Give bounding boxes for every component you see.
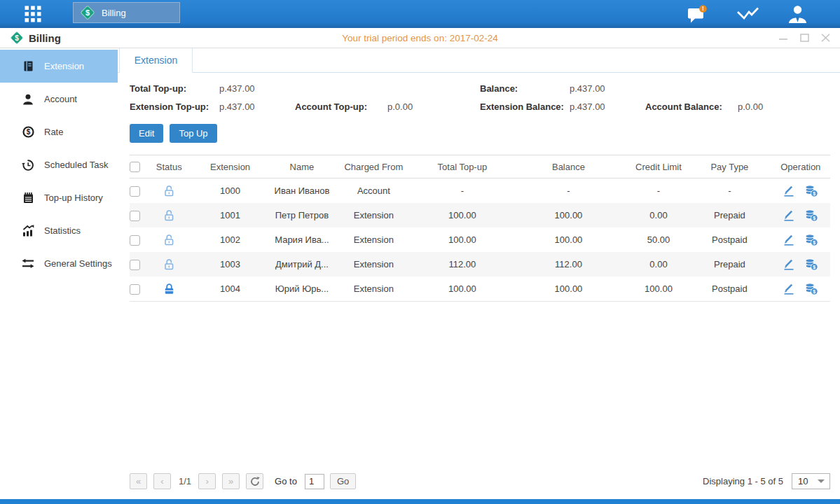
account-balance-label: Account Balance: — [645, 102, 738, 112]
svg-text:$: $ — [813, 289, 816, 295]
table-row[interactable]: 1003 Дмитрий Д... Extension 112.00 112.0… — [130, 252, 830, 276]
cell-credit-limit: 100.00 — [629, 276, 688, 302]
edit-button[interactable]: Edit — [130, 124, 163, 143]
user-icon[interactable] — [787, 5, 808, 24]
row-checkbox[interactable] — [130, 260, 140, 270]
cell-total-topup: - — [417, 178, 509, 204]
sidebar-item-topup-history[interactable]: Top-up History — [0, 181, 118, 214]
next-page-icon[interactable]: › — [198, 473, 216, 489]
page-indicator: 1/1 — [179, 476, 191, 486]
col-header-name: Name — [273, 155, 331, 178]
sidebar-item-label: General Settings — [44, 258, 112, 269]
sidebar: Extension Account $ Rate — [0, 48, 118, 499]
row-checkbox[interactable] — [130, 186, 140, 197]
extension-balance-label: Extension Balance: — [480, 102, 570, 112]
cell-pay-type: Postpaid — [688, 276, 771, 302]
topup-coins-icon[interactable]: $ — [804, 185, 818, 197]
topup-coins-icon[interactable]: $ — [804, 209, 818, 222]
cell-total-topup: 100.00 — [417, 203, 509, 227]
close-icon[interactable] — [821, 34, 830, 42]
maximize-icon[interactable] — [800, 34, 809, 42]
topup-history-icon — [22, 192, 34, 204]
sidebar-item-label: Account — [44, 94, 77, 104]
statistics-icon — [22, 225, 34, 237]
row-checkbox[interactable] — [130, 211, 140, 221]
top-up-button[interactable]: Top Up — [170, 124, 216, 143]
general-settings-icon — [22, 258, 34, 269]
svg-text:$: $ — [15, 34, 19, 42]
sidebar-item-rate[interactable]: $ Rate — [0, 115, 118, 148]
col-header-extension: Extension — [187, 155, 273, 178]
extension-icon — [22, 60, 34, 72]
topup-coins-icon[interactable]: $ — [804, 258, 818, 271]
apps-grid-icon[interactable] — [24, 5, 42, 23]
sidebar-item-statistics[interactable]: Statistics — [0, 214, 118, 247]
window-title: Billing — [29, 32, 61, 44]
desktop-topbar: $ Billing ! — [0, 0, 840, 28]
first-page-icon[interactable]: « — [130, 473, 147, 489]
total-topup-label: Total Top-up: — [130, 83, 219, 94]
cell-total-topup: 100.00 — [417, 227, 509, 252]
topup-coins-icon[interactable]: $ — [804, 283, 818, 295]
sidebar-item-label: Top-up History — [44, 192, 103, 203]
cell-name: Петр Петров — [273, 203, 331, 227]
cell-extension: 1002 — [187, 227, 273, 252]
cell-charged-from: Extension — [331, 276, 416, 302]
col-header-charged-from: Charged From — [331, 155, 416, 178]
edit-icon[interactable] — [783, 283, 795, 295]
extension-topup-value: p.437.00 — [219, 102, 295, 112]
cell-pay-type: Prepaid — [688, 252, 771, 276]
minimize-icon[interactable] — [778, 34, 788, 42]
go-button[interactable]: Go — [330, 473, 356, 489]
edit-icon[interactable] — [783, 234, 795, 246]
cell-name: Мария Ива... — [273, 227, 331, 252]
messages-icon[interactable]: ! — [686, 5, 708, 24]
row-checkbox[interactable] — [130, 235, 140, 246]
refresh-icon[interactable] — [246, 473, 263, 489]
cell-charged-from: Extension — [331, 203, 416, 227]
cell-credit-limit: 50.00 — [629, 227, 688, 252]
row-checkbox[interactable] — [130, 284, 140, 295]
table-header-row: Status Extension Name Charged From Total… — [130, 155, 830, 178]
apps-grid-glyph — [24, 5, 42, 23]
last-page-icon[interactable]: » — [222, 473, 240, 489]
page-size-dropdown[interactable]: 10 — [792, 473, 830, 489]
balance-value: p.437.00 — [570, 83, 645, 94]
account-topup-value: p.0.00 — [387, 102, 480, 112]
cell-extension: 1001 — [187, 203, 273, 227]
tab-extension[interactable]: Extension — [119, 48, 193, 73]
resource-monitor-icon[interactable] — [736, 6, 759, 22]
edit-icon[interactable] — [783, 258, 795, 270]
content-area: Extension Total Top-up: p.437.00 Extensi… — [118, 48, 840, 499]
extension-topup-label: Extension Top-up: — [130, 102, 219, 112]
total-topup-value: p.437.00 — [219, 83, 295, 94]
sidebar-item-extension[interactable]: Extension — [0, 50, 118, 83]
table-row[interactable]: 1002 Мария Ива... Extension 100.00 100.0… — [130, 227, 830, 252]
sidebar-item-label: Extension — [44, 61, 84, 71]
cell-balance: 100.00 — [508, 203, 629, 227]
table-row[interactable]: 1000 Иван Иванов Account - - - - — [130, 178, 830, 204]
edit-icon[interactable] — [783, 185, 795, 197]
goto-page-input[interactable] — [305, 474, 324, 489]
balance-summary: Total Top-up: p.437.00 Extension Top-up:… — [130, 83, 830, 112]
svg-text:$: $ — [85, 8, 90, 17]
displaying-text: Displaying 1 - 5 of 5 — [703, 476, 783, 486]
tab-strip: Extension — [118, 48, 840, 73]
cell-extension: 1000 — [187, 178, 273, 204]
goto-label: Go to — [275, 476, 297, 486]
sidebar-item-scheduled-task[interactable]: Scheduled Task — [0, 148, 118, 181]
account-icon — [22, 94, 34, 105]
select-all-checkbox[interactable] — [130, 162, 140, 172]
cell-balance: 100.00 — [508, 276, 629, 302]
prev-page-icon[interactable]: ‹ — [153, 473, 171, 489]
extension-table: Status Extension Name Charged From Total… — [130, 155, 830, 302]
table-row[interactable]: 1001 Петр Петров Extension 100.00 100.00… — [130, 203, 830, 227]
sidebar-item-general-settings[interactable]: General Settings — [0, 247, 118, 280]
edit-icon[interactable] — [783, 209, 795, 221]
sidebar-item-account[interactable]: Account — [0, 83, 118, 115]
closed-padlock-icon — [163, 283, 175, 295]
topup-coins-icon[interactable]: $ — [804, 234, 818, 246]
taskbar-tab-billing[interactable]: $ Billing — [73, 2, 180, 23]
col-header-operation: Operation — [771, 155, 830, 178]
table-row[interactable]: 1004 Юрий Юрь... Extension 100.00 100.00… — [130, 276, 830, 302]
